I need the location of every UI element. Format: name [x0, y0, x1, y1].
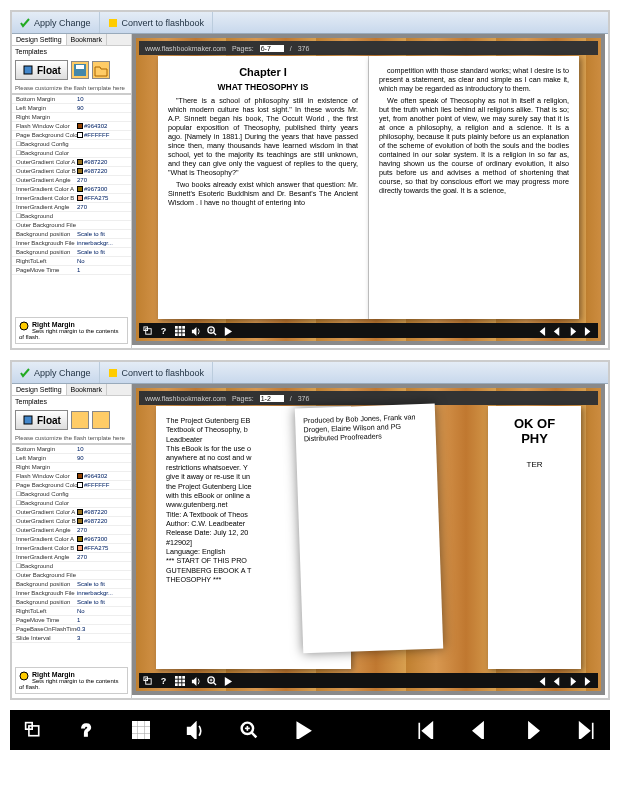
apply-label: Apply Change [34, 18, 91, 28]
prop-row[interactable]: OuterGradient Color B#987220 [12, 167, 131, 176]
float-button[interactable]: Float [15, 60, 68, 80]
prop-row[interactable]: Slide Interval3 [12, 634, 131, 643]
prop-row[interactable]: InnerGradient Color A#967300 [12, 535, 131, 544]
prop-row[interactable]: Background positionScale to fit [12, 580, 131, 589]
prop-row[interactable]: Background positionScale to fit [12, 248, 131, 257]
page-total: 376 [298, 45, 310, 52]
last-icon[interactable] [584, 326, 594, 336]
first-icon[interactable] [416, 721, 434, 739]
prop-row[interactable]: Right Margin [12, 463, 131, 472]
prop-row[interactable]: ☐Background Color [12, 499, 131, 508]
prop-row[interactable]: Bottom Margin10 [12, 445, 131, 454]
help-icon[interactable]: ? [159, 326, 169, 336]
prop-row[interactable]: PageMove Time1 [12, 616, 131, 625]
prop-row[interactable]: Inner Backgroudh Fileinnerbackgr... [12, 589, 131, 598]
prop-row[interactable]: OuterGradient Angle270 [12, 176, 131, 185]
full-icon[interactable] [143, 326, 153, 336]
convert-button[interactable]: Convert to flashbook [100, 362, 214, 383]
open-icon[interactable] [92, 61, 110, 79]
prop-row[interactable]: ☐Backgroud Config [12, 490, 131, 499]
next-icon[interactable] [524, 721, 542, 739]
prop-row[interactable]: InnerGradient Color B#FFA275 [12, 194, 131, 203]
prop-row[interactable]: AutoPlayNo [12, 643, 131, 644]
tab-design[interactable]: Design Setting [12, 384, 67, 395]
full-icon[interactable] [24, 721, 42, 739]
thumb-icon[interactable] [175, 676, 185, 686]
svg-line-37 [213, 682, 216, 685]
last-icon[interactable] [584, 676, 594, 686]
next-icon[interactable] [568, 326, 578, 336]
open-icon[interactable] [92, 411, 110, 429]
next-icon[interactable] [568, 676, 578, 686]
thumb-icon[interactable] [132, 721, 150, 739]
prop-row[interactable]: ☐Backgroud Config [12, 140, 131, 149]
prop-row[interactable]: Flash Window Color#964302 [12, 472, 131, 481]
zoom-icon[interactable] [207, 676, 217, 686]
svg-rect-28 [179, 676, 182, 679]
svg-rect-25 [146, 678, 151, 683]
hint-title: Right Margin [32, 321, 75, 328]
svg-rect-11 [175, 329, 178, 332]
zoom-icon[interactable] [207, 326, 217, 336]
prev-icon[interactable] [552, 676, 562, 686]
prop-row[interactable]: Left Margin90 [12, 454, 131, 463]
prop-row[interactable]: Right Margin [12, 113, 131, 122]
prop-row[interactable]: Flash Window Color#964302 [12, 122, 131, 131]
prop-row[interactable]: Background positionScale to fit [12, 230, 131, 239]
zoom-icon[interactable] [240, 721, 258, 739]
play-icon[interactable] [223, 326, 233, 336]
prop-row[interactable]: Bottom Margin10 [12, 95, 131, 104]
first-icon[interactable] [536, 326, 546, 336]
prop-row[interactable]: Outer Background File [12, 221, 131, 230]
sound-icon[interactable] [186, 721, 204, 739]
save-icon[interactable] [71, 61, 89, 79]
prop-row[interactable]: InnerGradient Angle270 [12, 203, 131, 212]
prop-row[interactable]: OuterGradient Color A#987220 [12, 158, 131, 167]
prop-row[interactable]: PageMove Time1 [12, 266, 131, 275]
tab-bookmark[interactable]: Bookmark [67, 384, 108, 395]
prop-row[interactable]: Inner Backgroudh Fileinnerbackgr... [12, 239, 131, 248]
prop-row[interactable]: OuterGradient Color A#987220 [12, 508, 131, 517]
prop-row[interactable]: Outer Background File [12, 571, 131, 580]
sound-icon[interactable] [191, 676, 201, 686]
prop-row[interactable]: OuterGradient Color B#987220 [12, 517, 131, 526]
prop-row[interactable]: ☐Background Color [12, 149, 131, 158]
prop-row[interactable]: RightToLeftNo [12, 257, 131, 266]
prop-row[interactable]: ☐Background [12, 562, 131, 571]
prop-row[interactable]: Left Margin90 [12, 104, 131, 113]
prop-row[interactable]: InnerGradient Color B#FFA275 [12, 544, 131, 553]
tab-bookmark[interactable]: Bookmark [67, 34, 108, 45]
prop-row[interactable]: OuterGradient Angle270 [12, 526, 131, 535]
prop-row[interactable]: Page Background Color#FFFFFF [12, 481, 131, 490]
full-icon[interactable] [143, 676, 153, 686]
help-icon[interactable]: ? [78, 721, 96, 739]
prop-row[interactable]: ☐Background [12, 212, 131, 221]
page-input[interactable] [260, 395, 284, 402]
apply-change-button[interactable]: Apply Change [12, 12, 100, 33]
prop-row[interactable]: InnerGradient Angle270 [12, 553, 131, 562]
apply-change-button[interactable]: Apply Change [12, 362, 100, 383]
tab-design[interactable]: Design Setting [12, 34, 67, 45]
prop-row[interactable]: PageBaseOnFlashTime0.3 [12, 625, 131, 634]
book-page-left: Chapter I WHAT THEOSOPHY IS "There is a … [158, 56, 369, 319]
page-input[interactable] [260, 45, 284, 52]
last-icon[interactable] [578, 721, 596, 739]
help-icon[interactable]: ? [159, 676, 169, 686]
play-icon[interactable] [294, 721, 312, 739]
prop-row[interactable]: RightToLeftNo [12, 607, 131, 616]
thumb-icon[interactable] [175, 326, 185, 336]
prop-row[interactable]: InnerGradient Color A#967300 [12, 185, 131, 194]
sound-icon[interactable] [191, 326, 201, 336]
float-button[interactable]: Float [15, 410, 68, 430]
prop-row[interactable]: Background positionScale to fit [12, 598, 131, 607]
prev-icon[interactable] [552, 326, 562, 336]
svg-rect-21 [109, 369, 117, 377]
convert-button[interactable]: Convert to flashbook [100, 12, 214, 33]
prop-row[interactable]: Page Background Color#FFFFFF [12, 131, 131, 140]
prev-icon[interactable] [470, 721, 488, 739]
save-icon[interactable] [71, 411, 89, 429]
first-icon[interactable] [536, 676, 546, 686]
svg-line-18 [213, 332, 216, 335]
play-icon[interactable] [223, 676, 233, 686]
svg-rect-14 [175, 333, 178, 336]
